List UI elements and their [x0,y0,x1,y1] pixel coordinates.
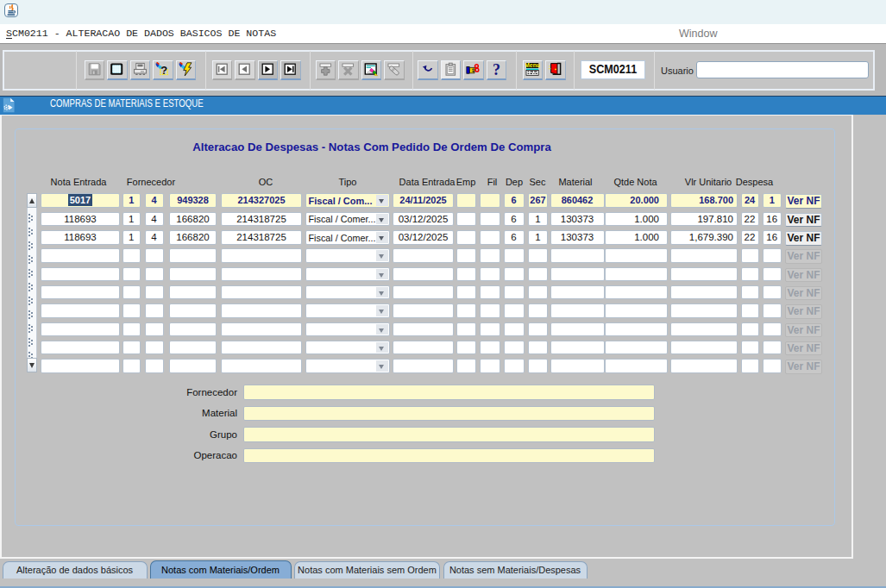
svg-text:?: ? [493,62,500,77]
svg-text:?: ? [160,64,167,77]
svg-text:Menu: Menu [525,62,540,68]
